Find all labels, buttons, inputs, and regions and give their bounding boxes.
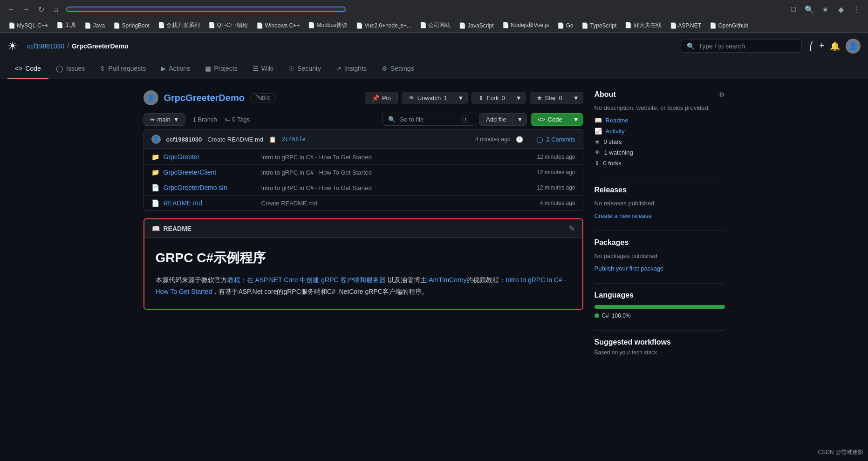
sidebar-divider-2 <box>595 230 725 231</box>
nav-settings[interactable]: ⚙ Settings <box>374 59 422 79</box>
nav-insights[interactable]: ↗ Insights <box>328 59 374 79</box>
readme-title-text: README <box>164 225 192 232</box>
readme-container: 📖 README ✎ GRPC C#示例程序 本源代码来源于微软官方教程：在 A… <box>144 218 583 310</box>
gear-icon[interactable]: ⚙ <box>719 91 725 98</box>
commit-count[interactable]: ◯ 2 Commits <box>536 136 575 143</box>
nav-insights-label: Insights <box>344 65 367 72</box>
unwatch-button[interactable]: 👁 Unwatch 1 <box>402 92 454 104</box>
file-row-grpcgreeter[interactable]: 📁 GrpcGreeter Intro to gRPC in C# - How … <box>144 149 583 164</box>
nav-actions[interactable]: ▶ Actions <box>153 59 198 79</box>
readme-link[interactable]: 📖 Readme <box>595 117 725 124</box>
breadcrumb-repo[interactable]: GrpcGreeterDemo <box>72 42 128 50</box>
star-dropdown[interactable]: ▼ <box>569 92 583 104</box>
readme-header: 📖 README ✎ <box>144 219 582 238</box>
file-time-grpcgreeterclient: 12 minutes ago <box>519 169 575 176</box>
add-file-dropdown[interactable]: ▼ <box>513 114 526 125</box>
search-box[interactable]: 🔍 Type / to search <box>681 40 802 53</box>
code-icon: <> <box>538 116 545 123</box>
readme-link-1[interactable]: 教程：在 ASP.NET Core 中创建 gRPC 客户端和服务器 <box>227 276 386 284</box>
publish-package-link[interactable]: Publish your first package <box>595 265 725 272</box>
commit-message: Create README.md <box>207 136 263 143</box>
settings-nav-icon: ⚙ <box>382 65 388 72</box>
go-to-file-label: Go to file <box>399 116 424 123</box>
bookmark-tools[interactable]: 📄 工具 <box>53 20 80 31</box>
bookmark-qt[interactable]: 📄 QT-C++编程 <box>205 20 252 31</box>
pin-button[interactable]: 📌 Pin <box>365 92 397 104</box>
star-icon: ★ <box>537 95 542 102</box>
nav-code[interactable]: <> Code <box>7 59 48 79</box>
bookmark-company[interactable]: 📄 公司网站 <box>416 20 454 31</box>
go-to-file-input[interactable]: 🔍 Go to file t <box>382 113 475 126</box>
star-button-group: ★ Star 0 ▼ <box>530 92 583 104</box>
file-name-grpcgreeter[interactable]: GrpcGreeter <box>164 153 257 161</box>
bookmark-dazufu[interactable]: 📄 好大夫在线 <box>621 20 665 31</box>
branch-chevron-icon: ▼ <box>173 116 179 123</box>
file-name-readme[interactable]: README.md <box>164 199 257 207</box>
extension-btn[interactable]: ◆ <box>834 3 847 16</box>
address-bar[interactable] <box>66 7 346 12</box>
fork-dropdown[interactable]: ▼ <box>512 92 526 104</box>
activity-link[interactable]: 📈 Activity <box>595 128 725 135</box>
breadcrumb-user[interactable]: ccf19881030 <box>27 42 64 50</box>
file-commit-grpcgreeter: Intro to gRPC in C# - How To Get Started <box>261 154 515 161</box>
fork-button[interactable]: ⇕ Fork 0 <box>472 92 512 104</box>
bookmark-go[interactable]: 📄 Go <box>554 21 577 30</box>
star-button[interactable]: ★ Star 0 <box>530 92 569 104</box>
nav-security[interactable]: ☉ Security <box>281 59 328 79</box>
file-icon-2: 📄 <box>151 199 159 207</box>
repo-content: 👤 GrpcGreeterDemo Public 📌 Pin 👁 Unwatch… <box>144 90 583 367</box>
reload-button[interactable]: ↻ <box>34 3 48 16</box>
bookmark-fullstack[interactable]: 📄 全栈开发系列 <box>154 20 204 31</box>
bookmark-modbus[interactable]: 📄 Modbus协议 <box>304 20 351 31</box>
branch-selector[interactable]: ↠ main ▼ <box>144 113 185 126</box>
bookmark-mysql[interactable]: 📄 MySQL-C++ <box>5 21 52 30</box>
tags-link[interactable]: 🏷 0 Tags <box>225 116 250 123</box>
plus-icon[interactable]: + <box>819 41 824 51</box>
file-row-readme[interactable]: 📄 README.md Create README.md 4 minutes a… <box>144 195 583 210</box>
bookmark-aspnet[interactable]: 📄 ASP.NET <box>666 21 705 30</box>
avatar[interactable]: 👤 <box>846 39 861 54</box>
file-row-grpcgreeterclient[interactable]: 📁 GrpcGreeterClient Intro to gRPC in C# … <box>144 164 583 180</box>
notification-icon[interactable]: 🔔 <box>830 41 840 51</box>
nav-projects[interactable]: ▦ Projects <box>198 59 245 79</box>
wiki-nav-icon: ☰ <box>253 65 259 72</box>
back-button[interactable]: ← <box>5 3 18 16</box>
bookmark-js[interactable]: 📄 JavaScript <box>455 21 497 30</box>
bookmark-vue[interactable]: 📄 Vue2.0+node.js+... <box>352 21 415 30</box>
unwatch-dropdown[interactable]: ▼ <box>454 92 468 104</box>
zoom-btn[interactable]: 🔍 <box>803 3 816 16</box>
commit-author[interactable]: ccf19881030 <box>166 136 202 143</box>
nav-pulls-label: Pull requests <box>108 65 146 72</box>
pulls-nav-icon: ⇕ <box>100 65 105 72</box>
file-row-sln[interactable]: 📄 GrpcGreeterDemo.sln Intro to gRPC in C… <box>144 180 583 195</box>
bookmark-java[interactable]: 📄 Java <box>81 21 109 30</box>
create-release-link[interactable]: Create a new release <box>595 212 725 219</box>
commit-hash[interactable]: 2c468fe <box>282 136 306 142</box>
readme-heading: GRPC C#示例程序 <box>156 249 571 267</box>
screenshot-btn[interactable]: □ <box>787 3 800 16</box>
code-button[interactable]: <> Code <box>531 114 569 125</box>
terminal-icon[interactable]: ⎛ <box>809 41 813 51</box>
nav-wiki[interactable]: ☰ Wiki <box>245 59 281 79</box>
nav-issues[interactable]: ◯ Issues <box>48 59 92 79</box>
bookmark-wincpp[interactable]: 📄 Windows C++ <box>253 21 303 30</box>
bookmark-btn[interactable]: ★ <box>819 3 832 16</box>
bookmark-nodejs[interactable]: 📄 Nodejs和Vue.js <box>499 20 553 31</box>
menu-btn[interactable]: ⋮ <box>850 3 863 16</box>
github-logo-icon[interactable]: ☀ <box>7 40 18 53</box>
file-name-grpcgreeterclient[interactable]: GrpcGreeterClient <box>164 169 257 176</box>
repo-name[interactable]: GrpcGreeterDemo <box>164 93 245 103</box>
branches-link[interactable]: 1 Branch <box>193 116 217 123</box>
code-dropdown[interactable]: ▼ <box>569 114 583 125</box>
forward-button[interactable]: → <box>20 3 33 16</box>
file-name-sln[interactable]: GrpcGreeterDemo.sln <box>164 184 257 191</box>
readme-link-2[interactable]: IAmTimCorey <box>427 276 466 284</box>
bookmark-ts[interactable]: 📄 TypeScript <box>578 21 620 30</box>
home-button[interactable]: ⌂ <box>49 3 62 16</box>
readme-edit-icon[interactable]: ✎ <box>569 224 575 233</box>
bookmark-opengithub[interactable]: 📄 OpenGithub <box>706 21 752 30</box>
sidebar-divider-4 <box>595 330 725 331</box>
add-file-button[interactable]: Add file <box>479 114 513 125</box>
nav-pulls[interactable]: ⇕ Pull requests <box>92 59 153 79</box>
bookmark-springboot[interactable]: 📄 SpringBoot <box>109 21 153 30</box>
